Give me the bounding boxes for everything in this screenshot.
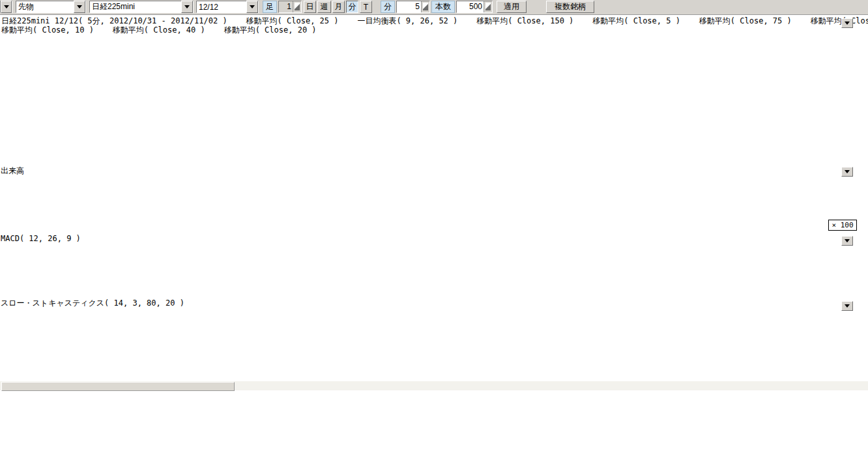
combo-arrow-icon[interactable]: [1, 1, 12, 13]
multi-symbol-button[interactable]: 複数銘柄: [546, 1, 594, 13]
svg-text:115.00: 115.00: [832, 199, 860, 208]
svg-text:8,880: 8,880: [832, 149, 856, 158]
macd-panel: [0, 244, 826, 290]
chevron-down-icon: [845, 22, 850, 25]
svg-text:01:20: 01:20: [719, 369, 740, 377]
gridlines: [0, 20, 826, 364]
chevron-down-icon: [845, 239, 850, 242]
ashi-label: 足: [263, 1, 277, 13]
stochastics-panel-label: スロー・ストキャスティクス( 14, 3, 80, 20 ): [1, 298, 184, 309]
stoch-panel-menu-button[interactable]: [841, 301, 853, 311]
svg-text:21:20: 21:20: [534, 369, 555, 377]
svg-text:8,960: 8,960: [832, 98, 856, 107]
spinner-button[interactable]: [484, 1, 492, 12]
svg-text:10:40: 10:40: [102, 369, 124, 377]
svg-text:8,920: 8,920: [832, 123, 856, 132]
period-button-minute[interactable]: 分: [346, 1, 358, 13]
bars-count-spinbox[interactable]: 500: [456, 1, 493, 13]
period-button-week[interactable]: 週: [317, 1, 331, 13]
svg-text:9,000: 9,000: [832, 72, 856, 81]
horizontal-scrollbar[interactable]: [0, 381, 868, 390]
price-panel: [0, 27, 824, 153]
svg-text:02:40: 02:40: [1, 369, 23, 377]
combo-arrow-icon[interactable]: [181, 1, 193, 13]
svg-text:11/02: 11/02: [658, 369, 679, 377]
minute-value-spinbox[interactable]: 5: [396, 1, 430, 13]
macd-line: [0, 244, 821, 290]
instrument-value: 日経225mini: [90, 1, 181, 12]
minute-value: 5: [397, 1, 421, 12]
svg-text:255.00: 255.00: [832, 175, 860, 184]
legend-line-2: 移動平均( Close, 10 ) 移動平均( Close, 40 ) 移動平均…: [1, 25, 317, 36]
signal-markers: [809, 25, 823, 64]
window-toolbar: 先物 日経225mini 12/12 足 1 日 週 月 分 T 分 5 本数 …: [0, 0, 868, 15]
svg-text:12:00: 12:00: [164, 369, 185, 377]
period-button-day[interactable]: 日: [304, 1, 316, 13]
volume-multiplier-badge: × 100: [828, 220, 857, 231]
svg-text:14:40: 14:40: [287, 369, 309, 377]
volume-panel-menu-button[interactable]: [841, 167, 853, 177]
bars-count-value: 500: [457, 1, 484, 12]
ichimoku-cloud: [0, 68, 823, 153]
ma25-line: [0, 41, 821, 136]
svg-text:45.00: 45.00: [832, 330, 856, 340]
axis-labels: 9,0809,0409,0008,9608,9208,880255.00115.…: [1, 20, 860, 377]
svg-text:2.50: 2.50: [832, 265, 851, 274]
axes: [0, 20, 826, 367]
volume-panel-label: 出来高: [1, 166, 24, 177]
macd-panel-menu-button[interactable]: [841, 236, 853, 246]
contract-month-combo[interactable]: 12/12: [196, 1, 259, 13]
svg-text:9,040: 9,040: [832, 46, 856, 55]
chevron-down-icon: [845, 304, 850, 308]
svg-text:17:20: 17:20: [349, 369, 370, 377]
chevron-down-icon: [845, 170, 850, 173]
stoch-d-line: [0, 310, 821, 353]
svg-text:22:40: 22:40: [596, 369, 617, 377]
instrument-combo[interactable]: 日経225mini: [89, 1, 194, 13]
svg-text:18:40: 18:40: [411, 369, 432, 377]
ma5-line: [2, 33, 823, 146]
apply-button[interactable]: 適用: [497, 1, 527, 13]
combo-arrow-icon[interactable]: [74, 1, 85, 13]
mini-combo[interactable]: [0, 1, 12, 13]
svg-text:13:20: 13:20: [225, 369, 247, 377]
instrument-type-value: 先物: [16, 1, 74, 12]
svg-text:02:40: 02:40: [781, 369, 802, 377]
contract-month-value: 12/12: [197, 3, 246, 12]
stoch-k-line: [0, 310, 821, 354]
ashi-count-value: 1: [279, 1, 293, 12]
period-button-month[interactable]: 月: [332, 1, 345, 13]
candles: [1, 27, 824, 149]
svg-text:09:20: 09:20: [40, 369, 62, 377]
minute-unit-label: 分: [381, 1, 395, 13]
scrollbar-thumb[interactable]: [1, 382, 235, 391]
stochastics-panel: [0, 310, 826, 354]
volume-panel: [1, 189, 824, 222]
bars-count-label: 本数: [431, 1, 455, 13]
combo-arrow-icon[interactable]: [246, 1, 258, 13]
svg-text:20:00: 20:00: [472, 369, 494, 377]
chikou-span-line: [0, 38, 821, 143]
macd-panel-label: MACD( 12, 26, 9 ): [1, 234, 81, 243]
chart-application-window: 先物 日経225mini 12/12 足 1 日 週 月 分 T 分 5 本数 …: [0, 0, 868, 464]
macd-signal-line: [0, 246, 821, 285]
chart-canvas[interactable]: 9,0809,0409,0008,9608,9208,880255.00115.…: [0, 0, 868, 464]
instrument-type-combo[interactable]: 先物: [16, 1, 86, 13]
ashi-count-spinbox[interactable]: 1: [278, 1, 302, 13]
price-panel-menu-button[interactable]: [841, 18, 853, 28]
spinner-button[interactable]: [421, 1, 429, 12]
spinner-button[interactable]: [293, 1, 301, 12]
thin-ma-lines: [0, 43, 821, 151]
period-button-tick[interactable]: T: [360, 1, 372, 13]
